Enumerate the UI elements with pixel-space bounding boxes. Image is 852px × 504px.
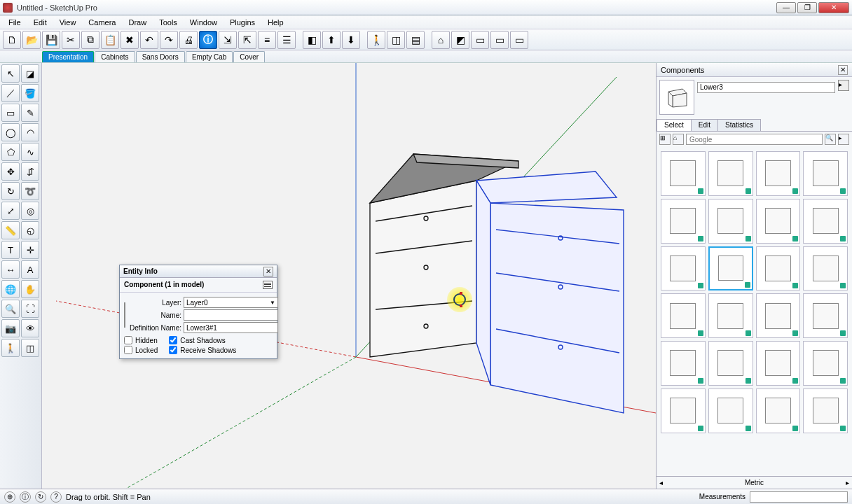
import-icon[interactable]: ⇲ — [219, 31, 237, 49]
search-button[interactable]: 🔍 — [825, 134, 836, 145]
tab-empty-cab[interactable]: Empty Cab — [186, 51, 233, 62]
component-thumbnail[interactable] — [756, 341, 801, 386]
nav-prev-button[interactable]: ◂ — [659, 479, 663, 486]
maximize-button[interactable]: ❐ — [797, 2, 817, 13]
components-panel-close-button[interactable]: ✕ — [838, 65, 848, 75]
tab-presentation[interactable]: Presentation — [42, 51, 94, 62]
name-input[interactable] — [184, 309, 278, 321]
component-thumbnail[interactable] — [803, 293, 848, 338]
layers-icon[interactable]: ≡ — [258, 31, 276, 49]
followme-icon[interactable]: ➰ — [21, 182, 39, 200]
info-icon[interactable]: ⓘ — [199, 31, 217, 49]
eraser-icon[interactable]: ◪ — [21, 64, 39, 83]
component-thumbnail[interactable] — [803, 388, 848, 433]
circle-icon[interactable]: ◯ — [1, 123, 20, 141]
definition-input[interactable] — [184, 322, 278, 333]
component-thumbnail[interactable] — [661, 199, 706, 244]
cast-shadows-checkbox[interactable] — [169, 336, 177, 344]
outliner-icon[interactable]: ☰ — [277, 31, 296, 49]
component-thumbnail[interactable] — [708, 199, 753, 244]
entity-info-menu-button[interactable] — [263, 281, 273, 289]
text-icon[interactable]: T — [1, 241, 20, 259]
component-thumbnail[interactable] — [708, 151, 753, 196]
component-thumbnail[interactable] — [661, 151, 706, 196]
components-panel-title-bar[interactable]: Components ✕ — [657, 63, 852, 77]
pushpull-icon[interactable]: ⇵ — [21, 162, 39, 181]
line-icon[interactable]: ／ — [1, 84, 20, 102]
component-thumbnail[interactable] — [756, 151, 801, 196]
front-icon[interactable]: ▭ — [490, 31, 509, 49]
menu-window[interactable]: Window — [184, 17, 223, 28]
component-thumbnail[interactable] — [803, 341, 848, 386]
redo-icon[interactable]: ↷ — [160, 31, 178, 49]
rect-icon[interactable]: ▭ — [1, 104, 20, 122]
component-thumbnail[interactable] — [756, 246, 801, 291]
component-thumbnail[interactable] — [661, 293, 706, 338]
component-make-icon[interactable]: ◧ — [303, 31, 321, 49]
entity-info-close-button[interactable]: ✕ — [263, 267, 273, 276]
viewport-3d[interactable]: Entity Info ✕ Component (1 in model) Lay… — [42, 63, 656, 489]
component-name-input[interactable] — [697, 82, 835, 93]
menu-view[interactable]: View — [54, 17, 82, 28]
component-thumbnail[interactable] — [756, 199, 801, 244]
component-thumbnail[interactable] — [661, 341, 706, 386]
save-icon[interactable]: 💾 — [42, 31, 60, 49]
component-thumbnail[interactable] — [661, 388, 706, 433]
paint-icon[interactable]: 🪣 — [21, 84, 39, 102]
look-around-icon[interactable]: 👁 — [21, 319, 39, 337]
house-icon[interactable]: ⌂ — [432, 31, 450, 49]
copy-icon[interactable]: ⧉ — [81, 31, 99, 49]
menu-help[interactable]: Help — [262, 17, 289, 28]
orbit-icon[interactable]: 🌐 — [1, 280, 20, 298]
material-swatch[interactable] — [124, 302, 125, 328]
close-button[interactable]: ✕ — [818, 2, 849, 13]
minimize-button[interactable]: ― — [776, 2, 796, 13]
entity-info-dialog[interactable]: Entity Info ✕ Component (1 in model) Lay… — [119, 265, 277, 359]
credits-icon[interactable]: ⓘ — [20, 491, 31, 503]
hidden-checkbox[interactable] — [124, 336, 132, 344]
home-button[interactable]: ⌂ — [673, 134, 684, 145]
geo-location-icon[interactable]: ⊕ — [4, 491, 15, 503]
component-thumbnail[interactable] — [708, 246, 753, 291]
paste-icon[interactable]: 📋 — [101, 31, 119, 49]
component-thumbnail[interactable] — [708, 388, 753, 433]
right-icon[interactable]: ▭ — [510, 31, 528, 49]
print-icon[interactable]: 🖨 — [179, 31, 198, 49]
top-icon[interactable]: ▭ — [471, 31, 489, 49]
entity-info-title-bar[interactable]: Entity Info ✕ — [120, 265, 277, 278]
walk-icon[interactable]: 🚶 — [367, 31, 385, 49]
nav-next-button[interactable]: ▸ — [846, 479, 849, 486]
tape-icon[interactable]: 📏 — [1, 221, 20, 239]
zoom-icon[interactable]: 🔍 — [1, 300, 20, 318]
tab-statistics[interactable]: Statistics — [717, 119, 761, 131]
tab-sans-doors[interactable]: Sans Doors — [136, 51, 185, 62]
3dtext-icon[interactable]: A — [21, 260, 39, 279]
menu-edit[interactable]: Edit — [28, 17, 53, 28]
section-plane-icon[interactable]: ◫ — [21, 339, 39, 357]
section-icon[interactable]: ◫ — [387, 31, 405, 49]
pan-icon[interactable]: ✋ — [21, 280, 39, 298]
scale-icon[interactable]: ⤢ — [1, 202, 20, 220]
tab-cover[interactable]: Cover — [233, 51, 265, 62]
section-display-icon[interactable]: ▤ — [406, 31, 425, 49]
pencil-icon[interactable]: ✎ — [21, 104, 39, 122]
component-down-icon[interactable]: ⬇ — [342, 31, 360, 49]
menu-draw[interactable]: Draw — [123, 17, 152, 28]
move-icon[interactable]: ✥ — [1, 162, 20, 181]
component-thumbnail[interactable] — [661, 246, 706, 291]
delete-icon[interactable]: ✖ — [121, 31, 139, 49]
tab-cabinets[interactable]: Cabinets — [95, 51, 135, 62]
zoom-extents-icon[interactable]: ⛶ — [21, 300, 39, 318]
component-thumbnail[interactable] — [756, 388, 801, 433]
protractor-icon[interactable]: ◵ — [21, 221, 39, 239]
component-up-icon[interactable]: ⬆ — [322, 31, 341, 49]
position-camera-icon[interactable]: 📷 — [1, 319, 20, 337]
offset-icon[interactable]: ◎ — [21, 202, 39, 220]
component-menu-button[interactable]: ▸ — [838, 80, 849, 91]
rotate-icon[interactable]: ↻ — [1, 182, 20, 200]
open-icon[interactable]: 📂 — [22, 31, 41, 49]
menu-plugins[interactable]: Plugins — [224, 17, 261, 28]
layer-dropdown[interactable]: Layer0 ▼ — [184, 297, 278, 308]
search-next-button[interactable]: ▸ — [838, 134, 849, 145]
menu-camera[interactable]: Camera — [83, 17, 121, 28]
